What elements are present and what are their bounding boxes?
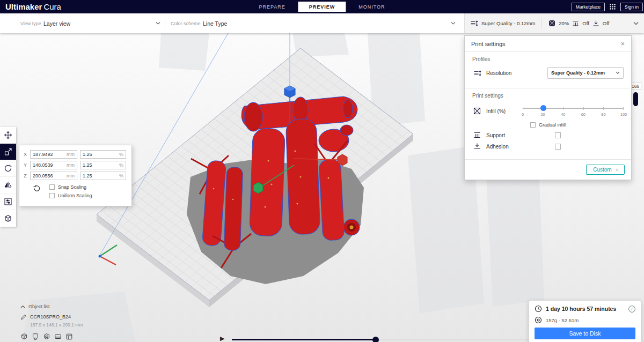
model-cube-icon[interactable] <box>20 333 28 340</box>
snap-scaling-checkbox[interactable] <box>49 184 55 190</box>
adhesion-checkbox[interactable] <box>555 144 561 150</box>
layer-height-icon <box>472 69 482 77</box>
material-estimate: 157g · 52.61m <box>546 317 579 323</box>
stage-tabs: PREPARE PREVIEW MONITOR <box>251 0 392 13</box>
rotate-tool-button[interactable] <box>0 160 16 177</box>
object-list-panel: Object list CCR10SPRO_B24 187.9 x 148.1 … <box>20 304 83 328</box>
resolution-dropdown[interactable]: Super Quality - 0.12mm <box>547 67 624 79</box>
scale-tool-panel: X 187.9492 mm 1.25 % Y 148.0539 mm 1.25 … <box>19 145 132 206</box>
support-blocker-icon <box>4 214 12 223</box>
scale-z-mm-field[interactable]: 200.0556 mm <box>30 172 77 180</box>
infill-icon <box>548 20 555 27</box>
color-scheme-chevron-down-icon[interactable] <box>451 21 456 25</box>
chevron-up-icon <box>20 305 25 308</box>
printcore-icon[interactable] <box>32 333 39 340</box>
color-scheme-label: Color scheme <box>171 21 201 26</box>
scale-y-percent-field[interactable]: 1.25 % <box>80 161 126 169</box>
close-icon[interactable]: × <box>620 40 625 47</box>
infill-slider-handle[interactable] <box>540 105 546 111</box>
scale-row-y: Y 148.0539 mm 1.25 % <box>23 161 128 169</box>
settings-section: Print settings Infill (%) 0 20 40 60 80 … <box>465 88 631 159</box>
summary-divider <box>541 18 542 29</box>
scale-z-percent-suffix: % <box>119 173 123 179</box>
pencil-icon <box>20 314 27 320</box>
scale-x-percent-suffix: % <box>119 152 123 157</box>
scale-y-percent-value: 1.25 <box>83 162 92 168</box>
support-icon <box>472 131 482 139</box>
per-model-settings-button[interactable] <box>0 194 16 210</box>
support-label: Support <box>486 132 519 138</box>
topbar-actions: Marketplace Sign in <box>572 3 643 11</box>
layer-slider-handle[interactable] <box>633 92 638 106</box>
marketplace-button[interactable]: Marketplace <box>572 3 605 11</box>
resolution-value: Super Quality - 0.12mm <box>551 70 605 76</box>
tab-prepare[interactable]: PREPARE <box>251 0 292 13</box>
print-settings-section-label: Print settings <box>472 93 624 99</box>
move-icon <box>4 131 12 139</box>
tab-preview[interactable]: PREVIEW <box>298 2 346 12</box>
reset-scale-button[interactable] <box>33 184 41 192</box>
scale-y-mm-field[interactable]: 148.0539 mm <box>30 161 77 169</box>
axis-z-label: Z <box>23 173 27 179</box>
infill-tick-100: 100 <box>620 112 627 117</box>
uniform-scaling-checkbox[interactable] <box>49 193 55 198</box>
axis-x-label: X <box>23 152 27 157</box>
snap-scaling-option[interactable]: Snap Scaling <box>49 184 92 190</box>
gradual-infill-option[interactable]: Gradual infill <box>530 122 624 128</box>
scale-x-percent-field[interactable]: 1.25 % <box>80 150 126 159</box>
info-icon[interactable]: i <box>628 306 635 313</box>
infill-slider[interactable]: 0 20 40 60 80 100 <box>523 103 624 118</box>
timeline-handle[interactable] <box>372 337 379 342</box>
summary-support: Off <box>582 20 589 26</box>
viewport-bottom-icons <box>20 333 73 340</box>
sign-in-button[interactable]: Sign in <box>620 3 643 11</box>
scale-x-mm-field[interactable]: 187.9492 mm <box>30 150 77 159</box>
mirror-icon <box>4 181 12 189</box>
infill-slider-track[interactable] <box>523 108 624 109</box>
scale-z-mm-value: 200.0556 <box>33 173 53 179</box>
play-button[interactable]: ▶ <box>220 335 224 342</box>
scale-x-unit: mm <box>67 152 75 157</box>
custom-settings-button[interactable]: Custom › <box>586 165 625 175</box>
scale-z-percent-value: 1.25 <box>83 173 92 179</box>
scale-y-mm-value: 148.0539 <box>33 162 53 168</box>
applications-grid-icon[interactable] <box>609 3 616 10</box>
gizmo-x-handle <box>338 154 347 166</box>
per-model-settings-icon <box>4 197 12 206</box>
scale-x-mm-value: 187.9492 <box>33 152 53 157</box>
view-type-chevron-down-icon[interactable] <box>156 21 160 25</box>
printer-icon[interactable] <box>65 333 73 340</box>
gradual-infill-checkbox[interactable] <box>530 122 536 128</box>
move-tool-button[interactable] <box>0 127 16 144</box>
tab-monitor[interactable]: MONITOR <box>351 0 392 13</box>
object-list-item[interactable]: CCR10SPRO_B24 <box>20 314 83 320</box>
support-blocker-button[interactable] <box>0 210 16 227</box>
view-type-value[interactable]: Layer view <box>43 20 70 27</box>
material-usage-icon <box>535 316 542 324</box>
object-list-toggle[interactable]: Object list <box>20 304 83 309</box>
viewbar-divider <box>165 18 165 28</box>
scale-z-unit: mm <box>67 173 75 179</box>
scale-z-percent-field[interactable]: 1.25 % <box>80 172 126 180</box>
model-name: CCR10SPRO_B24 <box>30 314 71 319</box>
color-scheme-value[interactable]: Line Type <box>203 20 227 27</box>
mirror-tool-button[interactable] <box>0 177 16 194</box>
infill-tick-20: 20 <box>540 112 545 117</box>
material-spool-icon[interactable] <box>43 333 50 340</box>
gizmo-y-handle <box>253 182 263 194</box>
3d-viewport[interactable]: X 187.9492 mm 1.25 % Y 148.0539 mm 1.25 … <box>0 33 644 342</box>
summary-chevron-down-icon[interactable] <box>633 21 639 25</box>
infill-tick-40: 40 <box>561 112 565 117</box>
uniform-scaling-option[interactable]: Uniform Scaling <box>49 193 92 198</box>
adhesion-icon <box>592 20 599 27</box>
save-to-disk-button[interactable]: Save to Disk <box>535 328 635 339</box>
scale-tool-button[interactable] <box>0 144 16 160</box>
print-setup-summary[interactable]: Super Quality - 0.12mm 20% Off Off <box>464 13 644 33</box>
print-settings-title: Print settings <box>471 41 506 47</box>
scale-y-percent-suffix: % <box>119 162 123 168</box>
buildplate-icon[interactable] <box>54 333 62 340</box>
adhesion-label: Adhesion <box>486 144 519 150</box>
clock-icon <box>535 305 542 313</box>
support-checkbox[interactable] <box>555 132 561 138</box>
gradual-infill-label: Gradual infill <box>539 122 566 128</box>
